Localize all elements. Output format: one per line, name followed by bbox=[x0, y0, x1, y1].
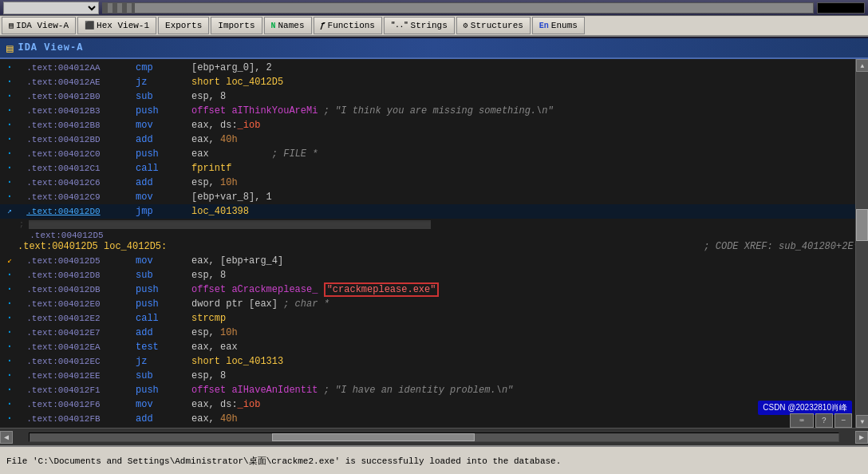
question-button[interactable]: ? bbox=[815, 413, 833, 428]
table-row[interactable]: · .text:004012E7 add esp, 10h bbox=[0, 326, 868, 340]
table-row[interactable]: · .text:004012B0 sub esp, 8 bbox=[0, 89, 868, 104]
table-row[interactable]: · .text:004012BD add eax, 40h bbox=[0, 132, 868, 147]
row-address: .text:004012D8 bbox=[16, 268, 112, 282]
row-mnemonic: mov bbox=[136, 397, 191, 412]
table-row[interactable]: · .text:004012AE jz short loc_4012D5 bbox=[0, 75, 868, 89]
scroll-track[interactable] bbox=[29, 433, 839, 442]
tab-strings[interactable]: ".." Strings bbox=[384, 17, 455, 34]
dot-icon: · bbox=[6, 326, 13, 338]
table-row[interactable]: · .text:004012F6 mov eax, ds:_iob bbox=[0, 397, 868, 412]
dot-icon: · bbox=[6, 383, 13, 396]
row-marker: · bbox=[3, 354, 16, 369]
table-row[interactable]: · .text:004012D8 sub esp, 8 bbox=[0, 268, 868, 282]
row-marker: ↙ bbox=[3, 254, 16, 268]
scroll-left-button[interactable]: ◀ bbox=[0, 431, 13, 444]
title-bar bbox=[0, 0, 868, 16]
status-bar: File 'C:\Documents and Settings\Administ… bbox=[0, 445, 868, 474]
row-marker: · bbox=[3, 189, 16, 205]
dot-icon: · bbox=[6, 132, 13, 145]
keyboard-button[interactable]: ⌨ bbox=[790, 413, 814, 428]
scroll-up-button[interactable]: ▲ bbox=[856, 59, 868, 72]
scroll-thumb-vertical[interactable] bbox=[856, 209, 868, 241]
table-row[interactable]: · .text:004012C1 call fprintf bbox=[0, 161, 868, 176]
row-address: .text:004012E7 bbox=[16, 326, 112, 340]
table-row[interactable]: · .text:004012F1 push offset aIHaveAnIde… bbox=[0, 383, 868, 397]
tab-functions-label: Functions bbox=[328, 21, 375, 30]
hex-view-icon: ⬛ bbox=[85, 21, 94, 30]
row-marker: ↗ bbox=[3, 204, 16, 219]
tab-hex-view[interactable]: ⬛ Hex View-1 bbox=[77, 17, 156, 34]
horizontal-scrollbar[interactable]: ◀ ▶ bbox=[0, 428, 868, 445]
tab-functions[interactable]: ƒ Functions bbox=[314, 17, 382, 34]
title-right-panel bbox=[817, 2, 865, 14]
row-mnemonic: mov bbox=[136, 190, 191, 204]
scroll-down-button[interactable]: ▼ bbox=[856, 415, 868, 428]
table-row[interactable]: · .text:004012DB push offset aCrackmeple… bbox=[0, 282, 868, 297]
table-row[interactable]: · .text:004012B8 mov eax, ds:_iob bbox=[0, 118, 868, 132]
row-operand: loc_401398 bbox=[191, 204, 249, 219]
row-address: .text:004012E0 bbox=[16, 297, 112, 311]
dot-icon: · bbox=[6, 161, 13, 174]
dot-icon: · bbox=[6, 176, 13, 188]
table-row[interactable]: · .text:004012E2 call strcmp bbox=[0, 311, 868, 326]
highlighted-string: "crackmeplease.exe" bbox=[324, 282, 440, 297]
row-address: .text:004012F6 bbox=[16, 397, 112, 412]
row-address: .text:004012AA bbox=[16, 61, 112, 75]
row-address: .text:004012BD bbox=[16, 132, 112, 147]
scroll-track-vertical[interactable] bbox=[856, 72, 868, 415]
row-operand: short loc_4012D5 bbox=[191, 75, 283, 89]
tab-enums[interactable]: En Enums bbox=[532, 17, 585, 34]
table-row[interactable]: · .text:004012C9 mov [ebp+var_8], 1 bbox=[0, 190, 868, 204]
ida-view-title: IDA View-A bbox=[18, 42, 83, 53]
table-row[interactable]: · .text:004012E0 push dword ptr [eax] ; … bbox=[0, 297, 868, 311]
tab-ida-view-label: IDA View-A bbox=[16, 21, 69, 30]
disasm-area[interactable]: · .text:004012AA cmp [ebp+arg_0], 2 · .t… bbox=[0, 59, 868, 445]
row-operand: dword ptr [eax] ; char * bbox=[191, 297, 329, 311]
row-marker: · bbox=[3, 310, 16, 326]
row-operand: offset aIThinkYouAreMi ; "I think you ar… bbox=[191, 104, 554, 118]
label-row: .text:004012D5 loc_4012D5: ; CODE XREF: … bbox=[0, 239, 868, 254]
row-mnemonic: push bbox=[136, 147, 191, 161]
table-row[interactable]: · .text:004012B3 push offset aIThinkYouA… bbox=[0, 104, 868, 118]
row-mnemonic: sub bbox=[136, 89, 191, 104]
dot-icon: · bbox=[6, 369, 13, 381]
row-operand: esp, 10h bbox=[191, 176, 238, 190]
row-mnemonic: call bbox=[136, 161, 191, 176]
row-mnemonic: jz bbox=[136, 354, 191, 369]
scroll-thumb[interactable] bbox=[272, 433, 475, 441]
tab-structures[interactable]: ⚙ Structures bbox=[456, 17, 531, 34]
table-row[interactable]: ↗ .text:004012D0 jmp loc_401398 bbox=[0, 204, 868, 219]
ida-view-icon: ▤ bbox=[9, 21, 14, 30]
xref-comment: ; CODE XREF: sub_401280+2E↑j bbox=[704, 239, 865, 254]
functions-icon: ƒ bbox=[321, 22, 326, 30]
dot-icon: · bbox=[6, 297, 13, 310]
tab-exports-label: Exports bbox=[165, 21, 202, 30]
vertical-scrollbar[interactable]: ▲ ▼ bbox=[855, 59, 868, 428]
table-row[interactable]: · .text:004012EE sub esp, 8 bbox=[0, 369, 868, 383]
minus-button[interactable]: − bbox=[834, 413, 852, 428]
table-row[interactable]: ↙ .text:004012D5 mov eax, [ebp+arg_4] bbox=[0, 254, 868, 268]
title-combo[interactable] bbox=[3, 2, 99, 14]
row-operand: [ebp+var_8], 1 bbox=[191, 190, 272, 204]
tab-imports[interactable]: Imports bbox=[211, 17, 262, 34]
row-mnemonic: push bbox=[136, 282, 191, 297]
table-row[interactable]: · .text:004012C0 push eax ; FILE * bbox=[0, 147, 868, 161]
row-mnemonic: add bbox=[136, 132, 191, 147]
blank-row: .text:004012D5 bbox=[0, 231, 868, 239]
table-row[interactable]: · .text:004012EA test eax, eax bbox=[0, 340, 868, 354]
tab-exports[interactable]: Exports bbox=[158, 17, 209, 34]
tab-names[interactable]: N Names bbox=[264, 17, 312, 34]
names-icon: N bbox=[271, 22, 276, 30]
table-row[interactable]: · .text:004012EC jz short loc_401313 bbox=[0, 354, 868, 369]
row-marker: · bbox=[3, 339, 16, 355]
menu-tabs: ▤ IDA View-A ⬛ Hex View-1 Exports Import… bbox=[0, 16, 868, 37]
table-row[interactable]: · .text:004012FB add eax, 40h bbox=[0, 412, 868, 426]
row-address: .text:004012AE bbox=[16, 75, 112, 89]
row-address: .text:004012C6 bbox=[16, 176, 112, 190]
table-row[interactable]: · .text:004012AA cmp [ebp+arg_0], 2 bbox=[0, 61, 868, 75]
tab-ida-view[interactable]: ▤ IDA View-A bbox=[2, 17, 76, 34]
row-marker: · bbox=[3, 74, 16, 90]
scroll-right-button[interactable]: ▶ bbox=[855, 431, 868, 444]
table-row[interactable]: · .text:004012C6 add esp, 10h bbox=[0, 176, 868, 190]
row-mnemonic: add bbox=[136, 176, 191, 190]
